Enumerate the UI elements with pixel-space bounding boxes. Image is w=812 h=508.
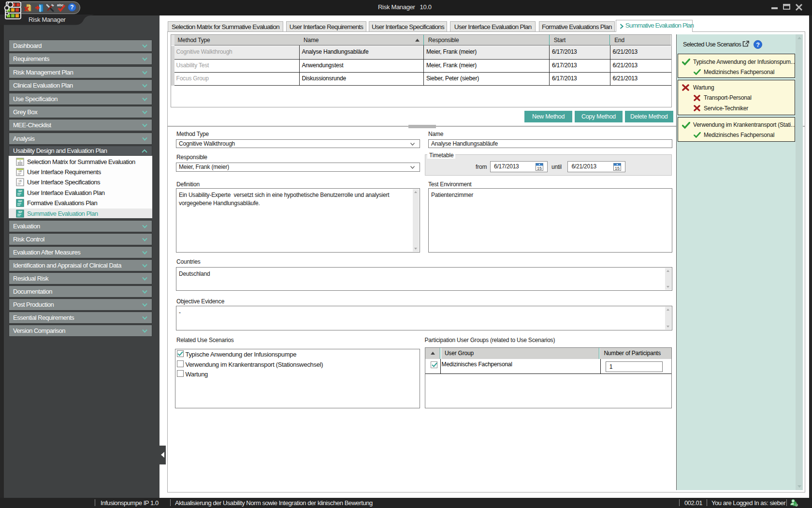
svg-text:15: 15 bbox=[537, 165, 542, 170]
svg-text:?: ? bbox=[70, 4, 73, 11]
svg-text:UIS: UIS bbox=[18, 180, 22, 182]
svg-text:FEP: FEP bbox=[18, 200, 22, 203]
svg-text:?: ? bbox=[756, 42, 760, 48]
svg-text:SEP: SEP bbox=[18, 210, 22, 213]
svg-text:UEP: UEP bbox=[18, 190, 22, 192]
svg-text:15: 15 bbox=[615, 165, 620, 170]
